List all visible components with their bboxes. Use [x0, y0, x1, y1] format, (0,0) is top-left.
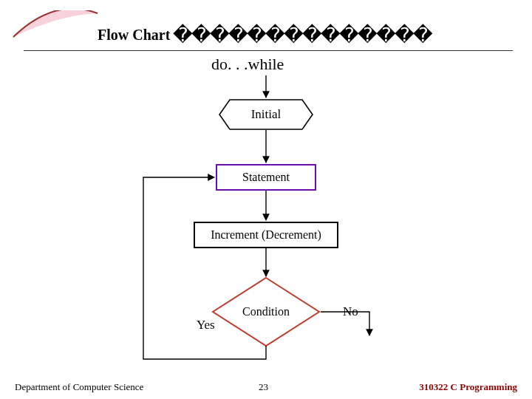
- garbled-title-text: ��������������: [173, 24, 432, 46]
- footer-page: 23: [259, 381, 268, 393]
- initial-label: Initial: [219, 99, 313, 130]
- condition-label: Condition: [211, 276, 321, 347]
- slide-title-row: Flow Chart ��������������: [98, 24, 432, 47]
- increment-label: Increment (Decrement): [211, 228, 321, 242]
- statement-node: Statement: [216, 164, 316, 191]
- footer-department: Department of Computer Science: [15, 381, 143, 393]
- header-divider: [24, 50, 513, 51]
- slide-title: Flow Chart: [98, 27, 170, 43]
- footer-course: 310322 C Programming: [419, 381, 517, 393]
- slide-footer: Department of Computer Science 23 310322…: [0, 374, 532, 399]
- edge-yes-label: Yes: [197, 318, 215, 332]
- slide-subtitle: do. . .while: [211, 55, 284, 74]
- swoosh-icon: [10, 10, 99, 41]
- increment-node: Increment (Decrement): [194, 222, 338, 248]
- condition-node: Condition: [211, 276, 321, 347]
- initial-node: Initial: [219, 99, 313, 130]
- statement-label: Statement: [242, 171, 290, 184]
- edge-no-label: No: [343, 304, 358, 319]
